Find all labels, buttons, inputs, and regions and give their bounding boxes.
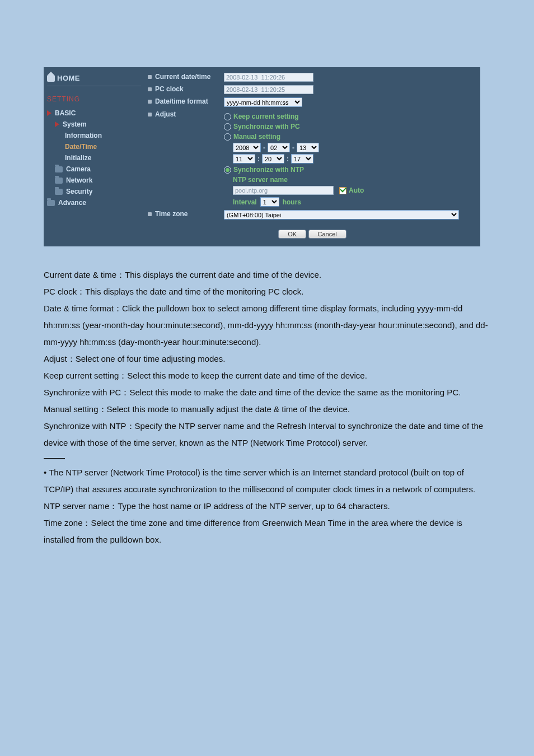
pc-clock-field: [224, 85, 313, 94]
radio-sync-pc[interactable]: Synchronize with PC: [224, 123, 477, 130]
ntp-server-input[interactable]: [233, 186, 334, 195]
timezone-select[interactable]: (GMT+08:00) Taipei: [224, 210, 459, 220]
doc-line: Adjust：Select one of four time adjusting…: [44, 351, 490, 367]
radio-sync-pc-label: Synchronize with PC: [233, 123, 300, 130]
arrow-down-icon: [47, 110, 51, 116]
nav-basic-label: BASIC: [55, 109, 76, 117]
manual-minute-select[interactable]: 20: [262, 154, 284, 164]
nav-information-label: Information: [65, 132, 102, 139]
nav-security-label: Security: [66, 188, 92, 195]
manual-year-select[interactable]: 2008: [233, 143, 261, 152]
doc-line: Keep current setting：Select this mode to…: [44, 367, 490, 384]
nav-basic[interactable]: BASIC: [47, 108, 141, 119]
folder-icon: [55, 178, 63, 184]
folder-icon: [55, 189, 63, 195]
auto-checkbox[interactable]: [339, 187, 346, 194]
doc-line: Synchronize with NTP：Specify the NTP ser…: [44, 418, 490, 451]
nav-camera-label: Camera: [66, 165, 91, 173]
nav-network-label: Network: [66, 176, 92, 184]
bullet-icon: [148, 212, 152, 216]
interval-unit: hours: [283, 198, 301, 206]
nav-camera[interactable]: Camera: [47, 164, 141, 175]
radio-manual-label: Manual setting: [233, 133, 280, 141]
doc-line: Time zone：Select the time zone and time …: [44, 515, 490, 548]
note-rule: [44, 458, 65, 459]
nav-advance-label: Advance: [58, 199, 86, 207]
colon-separator: :: [287, 155, 289, 163]
nav-information[interactable]: Information: [47, 130, 141, 141]
datetime-format-select[interactable]: yyyy-mm-dd hh:mm:ss: [224, 97, 302, 107]
doc-line: Manual setting：Select this mode to manua…: [44, 401, 490, 418]
doc-line: Date & time format：Click the pulldown bo…: [44, 300, 490, 351]
doc-line: NTP server name：Type the host name or IP…: [44, 498, 490, 515]
home-link[interactable]: HOME: [47, 73, 141, 86]
doc-line: Current date & time：This displays the cu…: [44, 267, 490, 283]
folder-icon: [55, 166, 63, 172]
nav-date-time[interactable]: Date/Time: [47, 141, 141, 152]
radio-keep-label: Keep current setting: [233, 113, 299, 120]
adjust-label: Adjust: [155, 110, 176, 118]
current-datetime-field: [224, 73, 313, 82]
bullet-icon: [148, 113, 152, 116]
nav-network[interactable]: Network: [47, 175, 141, 186]
radio-icon: [224, 123, 231, 130]
colon-separator: :: [257, 155, 260, 163]
ntp-server-name-label: NTP server name: [233, 176, 477, 184]
doc-line: • The NTP server (Network Time Protocol)…: [44, 464, 490, 498]
bullet-icon: [148, 100, 152, 104]
interval-select[interactable]: 1: [260, 197, 279, 207]
nav-initialize-label: Initialize: [65, 154, 91, 162]
manual-day-select[interactable]: 13: [297, 143, 319, 152]
radio-sync-ntp[interactable]: Synchronize with NTP: [224, 166, 477, 174]
nav-security[interactable]: Security: [47, 186, 141, 197]
dash-separator: -: [263, 144, 265, 152]
nav-system[interactable]: System: [47, 119, 141, 130]
bullet-icon: [148, 87, 152, 91]
cancel-button[interactable]: Cancel: [308, 230, 346, 239]
home-label: HOME: [57, 74, 80, 82]
setting-heading: SETTING: [47, 95, 141, 103]
manual-month-select[interactable]: 02: [268, 143, 290, 152]
doc-line: Synchronize with PC：Select this mode to …: [44, 384, 490, 401]
radio-keep-current[interactable]: Keep current setting: [224, 113, 477, 120]
folder-icon: [47, 200, 55, 206]
manual-date-row: 2008 - 02 - 13: [233, 143, 477, 152]
radio-sync-ntp-label: Synchronize with NTP: [233, 166, 304, 174]
bullet-icon: [148, 75, 152, 79]
interval-label: Interval: [233, 198, 257, 206]
ok-button[interactable]: OK: [278, 230, 306, 239]
doc-line: PC clock：This displays the date and time…: [44, 283, 490, 300]
auto-label: Auto: [349, 186, 364, 194]
sidebar: HOME SETTING BASIC System Information Da…: [44, 67, 144, 246]
radio-icon: [224, 113, 231, 120]
radio-manual[interactable]: Manual setting: [224, 133, 477, 141]
radio-checked-icon: [224, 166, 231, 174]
datetime-format-label: Date/time format: [155, 97, 208, 105]
nav-initialize[interactable]: Initialize: [47, 152, 141, 164]
timezone-label: Time zone: [155, 210, 188, 218]
manual-hour-select[interactable]: 11: [233, 154, 255, 164]
dash-separator: -: [292, 144, 294, 152]
radio-icon: [224, 133, 231, 141]
home-icon: [47, 75, 55, 82]
current-datetime-label: Current date/time: [155, 73, 210, 81]
nav-datetime-label: Date/Time: [65, 143, 97, 151]
arrow-down-icon: [55, 122, 59, 127]
device-settings-panel: HOME SETTING BASIC System Information Da…: [44, 67, 480, 246]
content-pane: Current date/time PC clock Date/time for…: [144, 67, 480, 246]
nav-advance[interactable]: Advance: [47, 197, 141, 208]
doc-body: Current date & time：This displays the cu…: [44, 267, 490, 548]
pc-clock-label: PC clock: [155, 85, 184, 93]
manual-time-row: 11 : 20 : 17: [233, 154, 477, 164]
manual-second-select[interactable]: 17: [291, 154, 313, 164]
nav-system-label: System: [63, 120, 87, 128]
